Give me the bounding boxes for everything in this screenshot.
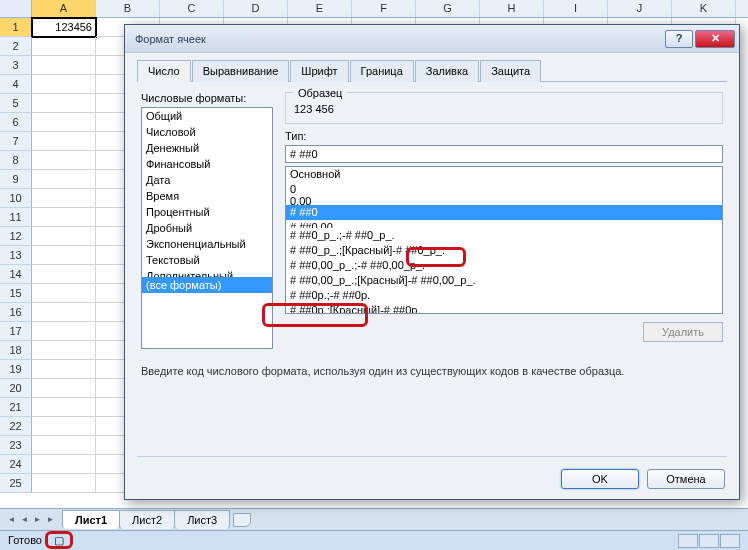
cancel-button[interactable]: Отмена <box>647 469 725 489</box>
col-header-A[interactable]: A <box>32 0 96 17</box>
row-header[interactable]: 21 <box>0 398 32 417</box>
cell[interactable] <box>32 474 96 493</box>
tab-border[interactable]: Граница <box>350 60 414 82</box>
cell[interactable] <box>32 341 96 360</box>
cell[interactable] <box>32 417 96 436</box>
macro-record-icon[interactable]: ▢ <box>45 531 73 549</box>
row-header[interactable]: 11 <box>0 208 32 227</box>
type-item[interactable]: # ##0_р_.;-# ##0_р_. <box>286 228 722 243</box>
view-switcher[interactable] <box>678 534 740 548</box>
type-item[interactable]: # ##0р.;-# ##0р. <box>286 288 722 303</box>
row-header[interactable]: 22 <box>0 417 32 436</box>
type-item[interactable]: 0 <box>286 182 722 197</box>
category-item[interactable]: Дополнительный <box>142 268 272 277</box>
select-all-corner[interactable] <box>0 0 32 17</box>
tab-nav-buttons[interactable]: ◄◄►► <box>0 515 62 524</box>
category-item[interactable]: Числовой <box>142 124 272 140</box>
cell[interactable] <box>32 284 96 303</box>
close-button[interactable]: ✕ <box>695 30 735 48</box>
row-header[interactable]: 3 <box>0 56 32 75</box>
col-header-C[interactable]: C <box>160 0 224 17</box>
sheet-tab-2[interactable]: Лист2 <box>119 510 175 529</box>
row-header[interactable]: 5 <box>0 94 32 113</box>
row-header[interactable]: 17 <box>0 322 32 341</box>
format-category-list[interactable]: ОбщийЧисловойДенежныйФинансовыйДатаВремя… <box>141 107 273 349</box>
type-item[interactable]: # ##0,00_р_.;[Красный]-# ##0,00_р_. <box>286 273 722 288</box>
col-header-H[interactable]: H <box>480 0 544 17</box>
sheet-tab-1[interactable]: Лист1 <box>62 510 120 529</box>
cell[interactable] <box>32 265 96 284</box>
tab-protection[interactable]: Защита <box>480 60 541 82</box>
type-item[interactable]: 0,00 <box>286 197 722 205</box>
cell[interactable] <box>32 189 96 208</box>
category-item[interactable]: Время <box>142 188 272 204</box>
row-header[interactable]: 2 <box>0 37 32 56</box>
row-header[interactable]: 4 <box>0 75 32 94</box>
cell[interactable] <box>32 170 96 189</box>
col-header-J[interactable]: J <box>608 0 672 17</box>
tab-number[interactable]: Число <box>137 60 191 82</box>
row-header[interactable]: 24 <box>0 455 32 474</box>
help-button[interactable]: ? <box>665 30 693 48</box>
row-header[interactable]: 13 <box>0 246 32 265</box>
col-header-B[interactable]: B <box>96 0 160 17</box>
col-header-I[interactable]: I <box>544 0 608 17</box>
category-item[interactable]: Финансовый <box>142 156 272 172</box>
cell[interactable] <box>32 303 96 322</box>
col-header-K[interactable]: K <box>672 0 736 17</box>
cell[interactable] <box>32 322 96 341</box>
type-item[interactable]: # ##0_р_.;[Красный]-# ##0_р_. <box>286 243 722 258</box>
cell[interactable] <box>32 94 96 113</box>
cell[interactable] <box>32 151 96 170</box>
row-header[interactable]: 7 <box>0 132 32 151</box>
delete-button[interactable]: Удалить <box>643 322 723 342</box>
row-header[interactable]: 15 <box>0 284 32 303</box>
category-item[interactable]: Денежный <box>142 140 272 156</box>
cell[interactable] <box>32 436 96 455</box>
category-item[interactable]: (все форматы) <box>142 277 272 293</box>
category-item[interactable]: Дробный <box>142 220 272 236</box>
col-header-G[interactable]: G <box>416 0 480 17</box>
cell[interactable] <box>32 398 96 417</box>
col-header-E[interactable]: E <box>288 0 352 17</box>
type-item[interactable]: Основной <box>286 167 722 182</box>
category-item[interactable]: Текстовый <box>142 252 272 268</box>
cell[interactable] <box>32 37 96 56</box>
row-header[interactable]: 20 <box>0 379 32 398</box>
dialog-titlebar[interactable]: Формат ячеек ? ✕ <box>125 25 739 53</box>
cell[interactable] <box>32 132 96 151</box>
row-header[interactable]: 10 <box>0 189 32 208</box>
cell[interactable] <box>32 246 96 265</box>
cell[interactable] <box>32 455 96 474</box>
row-header[interactable]: 12 <box>0 227 32 246</box>
new-sheet-button[interactable] <box>233 513 251 527</box>
sheet-tab-3[interactable]: Лист3 <box>174 510 230 529</box>
ok-button[interactable]: OK <box>561 469 639 489</box>
row-header[interactable]: 6 <box>0 113 32 132</box>
type-format-list[interactable]: Основной00,00# ##0# ##0,00# ##0_р_.;-# #… <box>285 166 723 314</box>
type-item[interactable]: # ##0р.;[Красный]-# ##0р. <box>286 303 722 314</box>
col-header-D[interactable]: D <box>224 0 288 17</box>
cell[interactable]: 123456 <box>32 18 96 37</box>
cell[interactable] <box>32 379 96 398</box>
row-header[interactable]: 25 <box>0 474 32 493</box>
type-input[interactable] <box>285 145 723 163</box>
tab-font[interactable]: Шрифт <box>290 60 348 82</box>
row-header[interactable]: 14 <box>0 265 32 284</box>
row-header[interactable]: 18 <box>0 341 32 360</box>
category-item[interactable]: Экспоненциальный <box>142 236 272 252</box>
cell[interactable] <box>32 360 96 379</box>
cell[interactable] <box>32 208 96 227</box>
row-header[interactable]: 8 <box>0 151 32 170</box>
cell[interactable] <box>32 113 96 132</box>
cell[interactable] <box>32 227 96 246</box>
col-header-F[interactable]: F <box>352 0 416 17</box>
type-item[interactable]: # ##0,00 <box>286 220 722 228</box>
tab-alignment[interactable]: Выравнивание <box>192 60 290 82</box>
row-header[interactable]: 23 <box>0 436 32 455</box>
category-item[interactable]: Дата <box>142 172 272 188</box>
tab-fill[interactable]: Заливка <box>415 60 479 82</box>
category-item[interactable]: Процентный <box>142 204 272 220</box>
row-header[interactable]: 19 <box>0 360 32 379</box>
row-header[interactable]: 9 <box>0 170 32 189</box>
